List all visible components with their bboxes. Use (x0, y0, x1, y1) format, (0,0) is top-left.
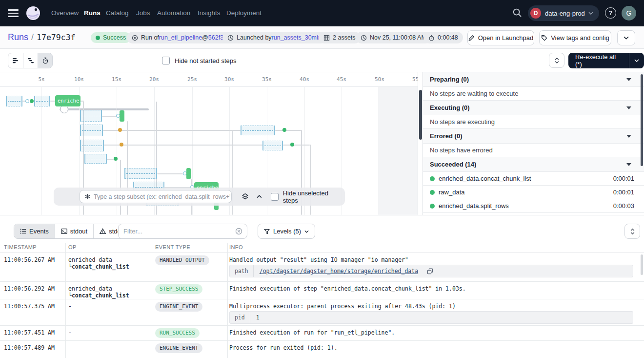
step-subset-input[interactable] (94, 193, 230, 200)
terminal-icon (61, 228, 67, 234)
gantt-steplabel[interactable]: enriche. (55, 95, 80, 106)
levels-dropdown[interactable]: Levels (5) (258, 224, 315, 239)
step-row[interactable]: enriched_data.split_rows 0:00:03 (423, 199, 644, 213)
section-errored[interactable]: Errored (0) (423, 129, 644, 144)
view-tags-config-button[interactable]: View tags and config (539, 30, 611, 45)
gantt-pending (124, 168, 157, 179)
step-subset-input-wrap (80, 190, 232, 203)
step-row[interactable]: raw_data 0:00:01 (423, 186, 644, 199)
gantt-pending (241, 126, 275, 135)
dependency-line (157, 173, 183, 174)
chevron-down-icon (304, 230, 309, 233)
search-icon[interactable] (512, 8, 522, 18)
event-type-badge: STEP_SUCCESS (155, 284, 202, 294)
gantt-chart: 5s10s15s20s25s30s35s40s45s50s55s enriche… (0, 72, 423, 215)
gantt-scrollbar-thumb[interactable] (419, 90, 422, 140)
nav-automation[interactable]: Automation (157, 0, 190, 26)
nav-runs[interactable]: Runs (84, 0, 101, 26)
tag-icon (541, 35, 547, 41)
gantt-dot (290, 143, 294, 147)
gantt-mini[interactable] (186, 168, 191, 179)
section-succeeded[interactable]: Succeeded (14) (423, 157, 644, 172)
header-more-button[interactable] (617, 30, 635, 45)
status-badge: Success (91, 32, 131, 43)
chevron-down-icon (626, 163, 631, 166)
log-tabs: Events stdout stderr (14, 224, 131, 239)
tab-stdout[interactable]: stdout (55, 224, 93, 238)
caret-up-icon[interactable] (257, 195, 262, 198)
dagster-logo-icon[interactable] (25, 5, 41, 21)
tab-events[interactable]: Events (14, 224, 55, 238)
gantt-pending (80, 140, 104, 151)
tag-duration[interactable]: 0:00:48 (423, 32, 463, 43)
tag-run-of[interactable]: Run of run_etl_pipeline @ 562f39bc (127, 32, 238, 43)
open-in-launchpad-button[interactable]: Open in Launchpad (467, 30, 534, 45)
path-link[interactable]: /opt/dagster/dagster_home/storage/enrich… (254, 268, 424, 274)
axis-tick-label: 35s (252, 76, 282, 83)
hide-unselected-checkbox[interactable] (271, 193, 279, 201)
gantt-scrollbar (418, 72, 423, 215)
log-row[interactable]: 11:00:57.489 AM - ENGINE_EVENT Process f… (0, 341, 644, 358)
log-row[interactable]: 11:00:57.375 AM - ENGINE_EVENT Multiproc… (0, 299, 644, 326)
log-row[interactable]: 11:00:56.292 AM enriched_data└concat_chu… (0, 282, 644, 299)
run-header: Runs/17e79c3f Success Run of run_etl_pip… (0, 26, 644, 49)
gantt-pending (34, 96, 50, 106)
step-row[interactable]: enriched_data.concat_chunk_list 0:00:01 (423, 172, 644, 186)
nav-jobs[interactable]: Jobs (136, 0, 150, 26)
log-table-header: TIMESTAMP OP EVENT TYPE INFO (0, 243, 644, 253)
log-row[interactable]: 11:00:57.451 AM - RUN_SUCCESS Finished e… (0, 326, 644, 341)
clock-icon (361, 35, 367, 41)
tag-assets[interactable]: 2 assets (319, 32, 361, 43)
axis-tick-label: 5s (27, 76, 56, 83)
gantt-dot (30, 99, 34, 103)
clear-filter-icon[interactable] (235, 228, 242, 235)
step-duration: 0:00:03 (613, 202, 634, 210)
nav-catalog[interactable]: Catalog (106, 0, 129, 26)
list-icon (20, 228, 26, 234)
funnel-icon (264, 229, 270, 234)
event-type-badge: HANDLED_OUTPUT (155, 255, 209, 265)
nav-insights[interactable]: Insights (198, 0, 221, 26)
menu-icon[interactable] (8, 9, 19, 17)
filter-input[interactable] (119, 228, 235, 235)
hide-not-started-checkbox[interactable] (162, 57, 170, 64)
preparing-empty-text: No steps are waiting to execute (423, 87, 644, 101)
top-nav: Overview Runs Catalog Jobs Automation In… (0, 0, 644, 26)
warning-icon (100, 228, 106, 234)
success-dot-icon (96, 36, 100, 40)
layers-icon[interactable] (242, 193, 249, 200)
gantt-ring (25, 99, 29, 103)
panel-scrollbar-thumb[interactable] (641, 74, 643, 166)
layout-timed-button[interactable] (38, 53, 52, 68)
step-subset-overlay: Hide unselected steps (54, 188, 345, 206)
nav-overview[interactable]: Overview (51, 0, 79, 26)
nav-deployment[interactable]: Deployment (226, 0, 262, 26)
expand-collapse-button[interactable] (549, 53, 564, 68)
tag-launched-by[interactable]: Launched by run_assets_30min (222, 32, 326, 43)
chevron-down-icon (588, 12, 593, 15)
breadcrumb-runs-link[interactable]: Runs (8, 32, 28, 42)
section-executing[interactable]: Executing (0) (423, 101, 644, 115)
reexecute-all-button[interactable]: Re-execute all (*) (568, 53, 644, 68)
reexecute-dropdown-caret[interactable] (629, 53, 644, 68)
events-scrollbar-thumb[interactable] (641, 254, 643, 275)
gantt-toolbar: Hide not started steps Re-execute all (*… (0, 49, 644, 72)
tag-date[interactable]: Nov 25, 11:00:08 AM (356, 32, 431, 43)
section-preparing[interactable]: Preparing (0) (423, 72, 644, 87)
workspace-avatar: D (530, 8, 541, 19)
workspace-switcher[interactable]: D data-eng-prod (528, 5, 599, 21)
log-expand-button[interactable] (624, 224, 640, 239)
grid-icon (323, 35, 330, 41)
layout-waterfall-button[interactable] (23, 53, 38, 68)
axis-tick-label: 40s (290, 76, 319, 83)
copy-icon[interactable] (427, 268, 433, 274)
breadcrumb: Runs/17e79c3f (8, 32, 76, 42)
gantt-mini[interactable] (120, 110, 124, 122)
success-dot-icon (430, 204, 435, 209)
log-row[interactable]: 11:00:56.267 AM enriched_data└concat_chu… (0, 253, 644, 282)
dependency-line (50, 101, 55, 102)
user-avatar[interactable]: G (622, 6, 636, 21)
help-icon[interactable]: ? (605, 7, 616, 19)
pencil-icon (468, 35, 475, 41)
layout-flat-button[interactable] (8, 53, 23, 68)
